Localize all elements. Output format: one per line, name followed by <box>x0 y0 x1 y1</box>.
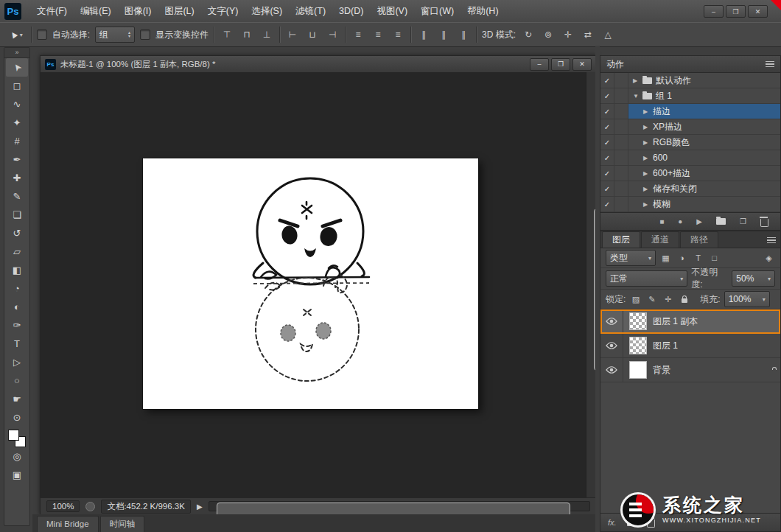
layer-thumbnail[interactable] <box>629 312 647 330</box>
eraser-tool[interactable]: ▱ <box>6 242 28 261</box>
action-row[interactable]: ✓ ▶ 储存和关闭 <box>600 181 780 197</box>
doc-close-button[interactable]: ✕ <box>572 58 592 71</box>
lock-pixels-button[interactable]: ✎ <box>645 293 658 306</box>
lasso-tool[interactable]: ∿ <box>6 95 28 113</box>
collapse-toolbar-button[interactable]: » <box>4 48 29 58</box>
action-check-toggle[interactable]: ✓ <box>600 197 614 211</box>
show-transform-checkbox[interactable] <box>140 29 150 40</box>
menu-file[interactable]: 文件(F) <box>30 0 74 22</box>
action-dialog-toggle[interactable] <box>614 197 628 211</box>
layer-row[interactable]: 图层 1 <box>600 334 780 358</box>
lock-all-button[interactable] <box>678 293 690 306</box>
color-swatches[interactable] <box>7 430 27 447</box>
visibility-toggle[interactable] <box>600 309 623 333</box>
layer-thumbnail[interactable] <box>629 361 647 379</box>
expand-arrow-icon[interactable]: ▶ <box>643 201 649 208</box>
action-row-selected[interactable]: ✓ ▶ 描边 <box>600 104 780 119</box>
align-top-edges-button[interactable]: ⊤ <box>220 27 234 42</box>
distribute-horizontal-centers-button[interactable]: ∥ <box>436 27 451 42</box>
tab-mini-bridge[interactable]: Mini Bridge <box>37 516 99 532</box>
3d-rotate-button[interactable]: ↻ <box>521 27 536 42</box>
eyedropper-tool[interactable]: ✒ <box>6 150 28 169</box>
filter-adjustment-layers-button[interactable]: ◑ <box>676 252 688 265</box>
action-row[interactable]: ✓ ▶ XP描边 <box>600 119 780 135</box>
pen-tool[interactable]: ✑ <box>6 316 28 335</box>
distribute-top-button[interactable]: ≡ <box>351 27 365 42</box>
distribute-right-button[interactable]: ∥ <box>456 27 471 42</box>
filter-type-layers-button[interactable]: T <box>692 252 704 265</box>
action-check-toggle[interactable]: ✓ <box>600 150 614 165</box>
align-right-edges-button[interactable]: ⊣ <box>325 27 340 42</box>
action-check-toggle[interactable]: ✓ <box>600 88 614 103</box>
menu-select[interactable]: 选择(S) <box>245 0 289 22</box>
auto-select-dropdown[interactable]: 组 ▴▾ <box>95 27 135 43</box>
action-dialog-toggle[interactable] <box>614 181 628 196</box>
menu-image[interactable]: 图像(I) <box>118 0 158 22</box>
menu-type[interactable]: 文字(Y) <box>201 0 245 22</box>
status-options-arrow[interactable]: ▶ <box>197 503 203 511</box>
lock-transparency-button[interactable]: ▨ <box>629 293 642 306</box>
spinner-icon[interactable]: ▴▾ <box>128 31 130 38</box>
restore-button[interactable]: ❐ <box>726 5 746 18</box>
filter-smart-objects-button[interactable]: ◈ <box>763 252 775 265</box>
distribute-left-button[interactable]: ∥ <box>416 27 431 42</box>
filter-shape-layers-button[interactable]: □ <box>708 252 721 265</box>
align-vertical-centers-button[interactable]: ⊓ <box>239 27 254 42</box>
menu-help[interactable]: 帮助(H) <box>460 0 505 22</box>
type-tool[interactable]: T <box>6 335 28 353</box>
document-title-bar[interactable]: Ps 未标题-1 @ 100% (图层 1 副本, RGB/8) * – ❐ ✕ <box>41 56 596 73</box>
hand-tool[interactable]: ☛ <box>6 390 28 408</box>
action-check-toggle[interactable]: ✓ <box>600 166 614 181</box>
action-check-toggle[interactable]: ✓ <box>600 135 614 150</box>
action-dialog-toggle[interactable] <box>614 119 628 134</box>
quick-selection-tool[interactable]: ✦ <box>6 113 28 132</box>
action-row[interactable]: ✓ ▶ 600+描边 <box>600 166 780 181</box>
expand-arrow-icon[interactable]: ▶ <box>643 139 649 146</box>
action-row[interactable]: ✓ ▶ 模糊 <box>600 197 780 212</box>
visibility-toggle[interactable] <box>600 334 623 357</box>
vertical-scrollbar[interactable] <box>586 72 596 498</box>
expand-arrow-icon[interactable]: ▶ <box>643 170 649 177</box>
action-dialog-toggle[interactable] <box>614 104 628 119</box>
layer-filter-dropdown[interactable]: 类型 ▾ <box>606 250 656 266</box>
distribute-bottom-button[interactable]: ≡ <box>390 27 405 42</box>
expand-arrow-icon[interactable]: ▶ <box>633 77 639 84</box>
panel-menu-icon[interactable] <box>766 61 774 68</box>
play-action-button[interactable]: ▶ <box>696 217 702 225</box>
fill-dropdown[interactable]: 100% ▾ <box>724 291 770 307</box>
brush-tool[interactable]: ✎ <box>6 187 28 206</box>
tab-layers[interactable]: 图层 <box>602 231 640 248</box>
action-row[interactable]: ✓ ▼ 组 1 <box>600 88 780 104</box>
expand-arrow-icon[interactable]: ▶ <box>643 155 649 161</box>
zoom-level-field[interactable]: 100% <box>46 500 80 512</box>
stop-recording-button[interactable]: ■ <box>659 217 664 225</box>
clone-stamp-tool[interactable]: ❏ <box>6 206 28 224</box>
expand-arrow-icon[interactable]: ▶ <box>643 124 649 130</box>
minimize-button[interactable]: – <box>704 5 724 18</box>
tool-preset-picker[interactable]: ▶ ▾ <box>7 29 26 41</box>
begin-recording-button[interactable]: ● <box>678 217 682 225</box>
distribute-vertical-centers-button[interactable]: ≡ <box>371 27 385 42</box>
canvas-artboard[interactable] <box>143 158 478 409</box>
screen-mode-button[interactable]: ▣ <box>6 466 28 484</box>
filter-pixel-layers-button[interactable]: ▦ <box>659 252 672 265</box>
align-left-edges-button[interactable]: ⊢ <box>285 27 300 42</box>
tab-channels[interactable]: 通道 <box>641 231 679 248</box>
expand-arrow-icon[interactable]: ▶ <box>643 186 649 192</box>
doc-minimize-button[interactable]: – <box>530 58 549 71</box>
tab-timeline[interactable]: 时间轴 <box>100 516 145 532</box>
action-check-toggle[interactable]: ✓ <box>600 104 614 119</box>
3d-drag-button[interactable]: ✛ <box>561 27 575 42</box>
collapse-arrow-icon[interactable]: ▼ <box>633 93 639 99</box>
lock-position-button[interactable]: ✛ <box>662 293 674 306</box>
action-row[interactable]: ✓ ▶ 600 <box>600 150 780 166</box>
new-action-set-button[interactable] <box>716 218 726 225</box>
panel-menu-icon[interactable] <box>767 237 776 244</box>
new-action-button[interactable]: ❐ <box>740 217 746 225</box>
3d-slide-button[interactable]: ⇄ <box>581 27 595 42</box>
actions-panel-header[interactable]: 动作 <box>600 55 781 73</box>
menu-window[interactable]: 窗口(W) <box>414 0 460 22</box>
menu-filter[interactable]: 滤镜(T) <box>289 0 332 22</box>
action-check-toggle[interactable]: ✓ <box>600 181 614 196</box>
opacity-dropdown[interactable]: 50% ▾ <box>732 270 775 287</box>
